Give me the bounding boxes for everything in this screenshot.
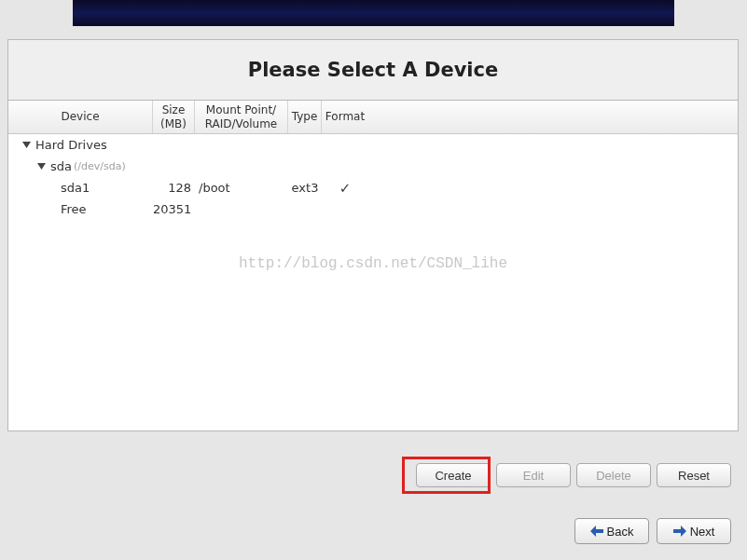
partition-format: ✓ [322,180,368,197]
arrow-right-icon [673,526,686,537]
delete-button: Delete [576,463,651,487]
checkmark-icon: ✓ [339,180,352,197]
nav-row: Back Next [7,518,739,544]
device-panel: Please Select A Device Device Size (MB) … [7,39,739,431]
back-button[interactable]: Back [574,518,649,544]
tree-label: Hard Drives [35,138,107,152]
watermark-text: http://blog.csdn.net/CSDN_lihe [8,255,738,272]
tree-row-hard-drives[interactable]: Hard Drives [8,134,738,156]
back-label: Back [607,525,634,539]
tree-row-sda1[interactable]: sda1 128 /boot ext3 ✓ [8,177,738,198]
page-title: Please Select A Device [8,59,738,81]
col-device[interactable]: Device [8,101,153,133]
action-button-row: Create Edit Delete Reset [7,463,739,487]
tree-label: sda [50,159,72,173]
tree-row-sda[interactable]: sda (/dev/sda) [8,156,738,177]
next-label: Next [690,525,715,539]
free-size: 20351 [153,202,195,216]
partition-type: ext3 [288,181,322,195]
title-bar: Please Select A Device [8,40,738,101]
tree-row-free[interactable]: Free 20351 [8,198,738,220]
partition-mount: /boot [195,181,288,195]
col-size[interactable]: Size (MB) [153,101,195,133]
device-path: (/dev/sda) [74,160,126,172]
free-label: Free [61,202,87,216]
installer-banner [73,0,674,26]
col-mount[interactable]: Mount Point/ RAID/Volume [195,101,288,133]
partition-size: 128 [153,181,195,195]
partition-name: sda1 [61,181,90,195]
next-button[interactable]: Next [657,518,731,544]
table-body: Hard Drives sda (/dev/sda) sda1 128 /boo… [8,134,738,430]
device-table: Device Size (MB) Mount Point/ RAID/Volum… [8,101,738,430]
col-format[interactable]: Format [322,101,368,133]
arrow-left-icon [590,526,603,537]
col-type[interactable]: Type [288,101,322,133]
create-button[interactable]: Create [416,463,491,487]
expander-icon[interactable] [21,140,32,150]
expander-icon[interactable] [36,161,47,171]
edit-button: Edit [496,463,571,487]
table-header: Device Size (MB) Mount Point/ RAID/Volum… [8,101,738,134]
reset-button[interactable]: Reset [657,463,731,487]
